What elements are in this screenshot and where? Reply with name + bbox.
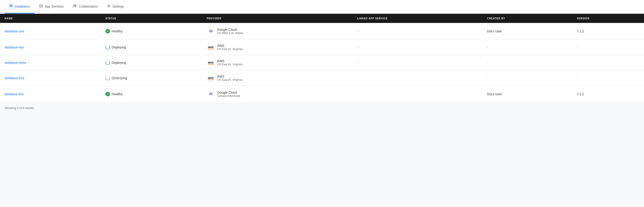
cell-version: - bbox=[572, 40, 644, 55]
provider-info: AWSUS East (N. Virginia) bbox=[217, 59, 242, 66]
table-row: database-five✓Healthy Google CloudCanada… bbox=[0, 86, 644, 103]
provider-region: US East (N. Virginia) bbox=[217, 48, 242, 51]
table-footer: Showing 5 of 5 results bbox=[0, 103, 644, 113]
tab-app-services-label: App Services bbox=[45, 5, 64, 8]
table-row: database-fourDestroyingawsAWSUS East (N.… bbox=[0, 70, 644, 86]
status-label: Healthy bbox=[112, 92, 122, 96]
cell-created-by: - bbox=[482, 70, 572, 86]
cell-version: 7.1.2 bbox=[572, 23, 644, 40]
deploying-icon bbox=[106, 45, 110, 50]
cell-created-by: - bbox=[482, 55, 572, 70]
col-header-created-by: CREATED BY bbox=[482, 14, 572, 23]
cell-linked-app-service: - bbox=[352, 23, 482, 40]
aws-logo: aws bbox=[207, 75, 215, 81]
database-icon bbox=[9, 4, 13, 9]
tab-databases[interactable]: Databases bbox=[4, 0, 34, 14]
database-link[interactable]: database-three bbox=[4, 61, 26, 65]
deploying-icon bbox=[106, 60, 110, 65]
svg-point-0 bbox=[10, 5, 12, 6]
tab-app-services[interactable]: App Services bbox=[34, 0, 68, 14]
col-header-linked-app-service: LINKED APP SERVICE bbox=[352, 14, 482, 23]
database-table-container: NAME STATUS PROVIDER LINKED APP SERVICE … bbox=[0, 14, 644, 113]
cell-version: - bbox=[572, 70, 644, 86]
provider-region: US East (N. Virginia) bbox=[217, 63, 242, 66]
col-header-status: STATUS bbox=[101, 14, 202, 23]
app-services-icon bbox=[39, 4, 43, 9]
cell-name: database-four bbox=[0, 70, 101, 86]
tab-databases-label: Databases bbox=[15, 5, 30, 8]
svg-point-2 bbox=[74, 5, 75, 6]
cell-provider: Google CloudCanada (Montréal) bbox=[202, 86, 353, 103]
provider-info: Google CloudUS West (Las Vegas) bbox=[217, 28, 244, 35]
provider-region: Canada (Montréal) bbox=[217, 94, 240, 98]
database-link[interactable]: database-two bbox=[4, 46, 24, 49]
cell-name: database-three bbox=[0, 55, 101, 70]
gcp-logo bbox=[207, 27, 215, 35]
tab-settings-label: Settings bbox=[112, 5, 124, 8]
results-count: Showing 5 of 5 results bbox=[4, 106, 34, 110]
cell-status: Deploying bbox=[101, 40, 202, 55]
provider-info: AWSUS East (N. Virginia) bbox=[217, 75, 242, 81]
svg-rect-1 bbox=[40, 5, 43, 7]
cell-name: database-two bbox=[0, 40, 101, 55]
tab-collaborators[interactable]: Collaborators bbox=[68, 0, 102, 14]
cell-status: Destroying bbox=[101, 70, 202, 86]
table-row: database-twoDeployingawsAWSUS East (N. V… bbox=[0, 40, 644, 55]
gcp-logo bbox=[207, 90, 215, 98]
table-row: database-one✓Healthy Google CloudUS West… bbox=[0, 23, 644, 40]
cell-linked-app-service: - bbox=[352, 70, 482, 86]
cell-provider: Google CloudUS West (Las Vegas) bbox=[202, 23, 353, 40]
provider-name: AWS bbox=[217, 44, 242, 48]
col-header-provider: PROVIDER bbox=[202, 14, 353, 23]
provider-info: AWSUS East (N. Virginia) bbox=[217, 44, 242, 51]
col-header-name: NAME bbox=[0, 14, 101, 23]
database-link[interactable]: database-one bbox=[4, 29, 24, 33]
healthy-icon: ✓ bbox=[106, 29, 110, 34]
svg-point-10 bbox=[210, 94, 211, 95]
cell-created-by: Docs User bbox=[482, 86, 572, 103]
cell-provider: awsAWSUS East (N. Virginia) bbox=[202, 55, 353, 70]
healthy-icon: ✓ bbox=[106, 92, 110, 96]
provider-region: US East (N. Virginia) bbox=[217, 78, 242, 81]
cell-name: database-one bbox=[0, 23, 101, 40]
table-row: database-threeDeployingawsAWSUS East (N.… bbox=[0, 55, 644, 70]
provider-name: Google Cloud bbox=[217, 28, 244, 32]
provider-name: AWS bbox=[217, 75, 242, 78]
status-label: Destroying bbox=[112, 76, 127, 80]
databases-table: NAME STATUS PROVIDER LINKED APP SERVICE … bbox=[0, 14, 644, 103]
cell-linked-app-service: - bbox=[352, 40, 482, 55]
cell-name: database-five bbox=[0, 86, 101, 103]
status-label: Deploying bbox=[112, 46, 126, 49]
status-label: Healthy bbox=[112, 29, 122, 33]
database-link[interactable]: database-five bbox=[4, 92, 24, 96]
cell-created-by: Docs User bbox=[482, 23, 572, 40]
aws-logo: aws bbox=[207, 45, 215, 50]
provider-name: AWS bbox=[217, 59, 242, 63]
svg-point-7 bbox=[210, 31, 211, 32]
collaborators-icon bbox=[73, 4, 77, 9]
cell-linked-app-service: - bbox=[352, 55, 482, 70]
destroying-icon bbox=[106, 76, 110, 80]
settings-icon bbox=[107, 4, 111, 9]
svg-point-3 bbox=[75, 5, 76, 6]
aws-logo: aws bbox=[207, 60, 215, 65]
cell-provider: awsAWSUS East (N. Virginia) bbox=[202, 70, 353, 86]
cell-created-by: - bbox=[482, 40, 572, 55]
cell-linked-app-service: - bbox=[352, 86, 482, 103]
provider-info: Google CloudCanada (Montréal) bbox=[217, 91, 240, 98]
col-header-version: VERSION bbox=[572, 14, 644, 23]
cell-status: ✓Healthy bbox=[101, 86, 202, 103]
cell-version: 7.1.2 bbox=[572, 86, 644, 103]
tab-bar: Databases App Services Collaborators bbox=[0, 0, 644, 14]
cell-provider: awsAWSUS East (N. Virginia) bbox=[202, 40, 353, 55]
provider-name: Google Cloud bbox=[217, 91, 240, 94]
provider-region: US West (Las Vegas) bbox=[217, 32, 244, 35]
tab-collaborators-label: Collaborators bbox=[78, 5, 98, 8]
cell-status: Deploying bbox=[101, 55, 202, 70]
cell-version: - bbox=[572, 55, 644, 70]
table-header-row: NAME STATUS PROVIDER LINKED APP SERVICE … bbox=[0, 14, 644, 23]
cell-status: ✓Healthy bbox=[101, 23, 202, 40]
tab-settings[interactable]: Settings bbox=[102, 0, 129, 14]
database-link[interactable]: database-four bbox=[4, 76, 24, 80]
status-label: Deploying bbox=[112, 61, 126, 65]
